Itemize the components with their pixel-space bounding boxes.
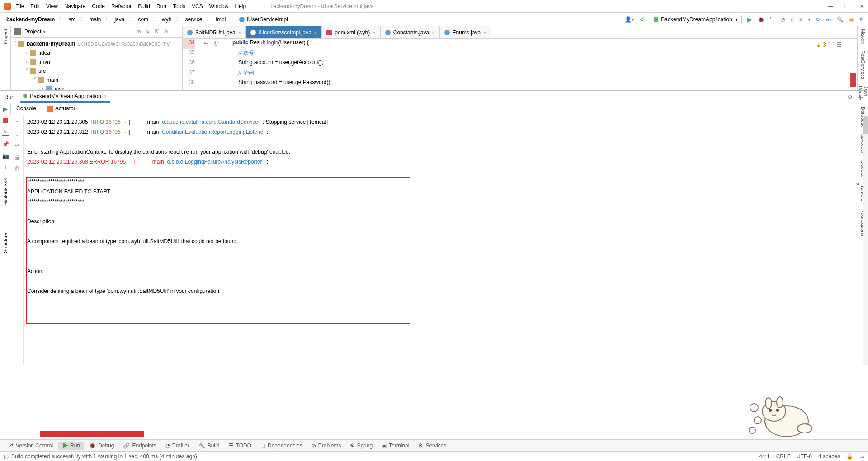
user-icon[interactable]: 👤▾ [625,16,634,23]
tree-node[interactable]: ˅main [12,75,181,85]
run-config-selector[interactable]: BackendMyDreamApplication ▾ [650,15,741,24]
clear-icon[interactable]: 🗑 [14,165,21,172]
project-tool-button[interactable]: Project [3,29,8,44]
indent-setting[interactable]: 4 spaces [818,453,840,460]
close-icon[interactable]: × [314,30,317,35]
stop-button[interactable]: ■ [799,16,802,23]
up-icon[interactable]: ↑ [14,118,21,125]
coverage-button[interactable]: ⛉ [770,16,775,23]
breadcrumb-segment[interactable]: main [86,15,104,24]
down-icon[interactable]: ↓ [14,130,21,137]
editor-tab[interactable]: Constants.java× [381,26,440,38]
bottom-tab-profiler[interactable]: ◔Profiler [162,442,193,450]
editor-tab[interactable]: SaltMD5Util.java× [183,26,246,38]
locate-icon[interactable]: ⊕ [137,28,141,35]
breadcrumb-segment[interactable]: impl [213,15,228,24]
attach-button[interactable]: ⎌ [791,16,794,23]
tree-node[interactable]: ›.idea [12,48,181,57]
menu-help[interactable]: Help [235,3,246,9]
edit-config-icon[interactable]: ✎ [2,129,9,136]
bottom-tab-build[interactable]: 🔨Build [195,442,223,450]
close-icon[interactable]: × [104,93,107,99]
minimize-icon[interactable]: — [828,3,833,9]
collapse-icon[interactable]: ⇱ [155,28,159,35]
bookmarks-tool-button[interactable]: Bookmarks [3,181,8,206]
git-update-icon[interactable]: ⟳ [816,16,821,23]
bottom-tab-services[interactable]: ⚙Services [415,442,450,450]
menu-window[interactable]: Window [209,3,229,9]
menu-tools[interactable]: Tools [173,3,185,9]
menu-file[interactable]: File [15,3,24,9]
bottom-tab-dependencies[interactable]: ⬚Dependencies [257,442,306,450]
breadcrumb-segment[interactable]: IUserServiceImpl [236,15,290,24]
inspection-badge[interactable]: ▲ 3 ˄ ˅ ☰ [816,42,842,48]
close-icon[interactable]: × [432,30,434,35]
profile-button[interactable]: ◔ [781,16,785,23]
close-icon[interactable]: × [483,30,486,35]
tree-node[interactable]: ›java [12,85,181,90]
right-tool-restservices[interactable]: RestServices [860,50,866,80]
console-output[interactable]: 2023-02-12 20:21:29.305 INFO 16796 --- [… [24,115,868,365]
scroll-icon[interactable]: 🖨 [14,153,21,160]
chevron-down-icon[interactable]: ˅ [832,42,835,48]
memory-indicator[interactable]: ▭ [859,453,864,460]
bottom-tab-run[interactable]: Run [58,442,84,450]
editor-tab[interactable]: Enums.java× [440,26,491,38]
debug-button[interactable]: 🐞 [758,16,764,23]
sync-icon[interactable]: ↺ [640,16,644,23]
breadcrumb-segment[interactable]: src [66,15,78,24]
caret-position[interactable]: 44:1 [759,453,769,460]
menu-navigate[interactable]: Navigate [64,3,85,9]
file-encoding[interactable]: UTF-8 [797,453,812,460]
wrap-icon[interactable]: ↩ [14,141,21,149]
run-button[interactable]: ▶ [747,16,752,23]
settings-gear-icon[interactable]: ⛭ [859,16,864,23]
breadcrumb-segment[interactable]: wyh [159,15,174,24]
maximize-icon[interactable]: □ [845,3,848,9]
menu-build[interactable]: Build [138,3,150,9]
breadcrumb-segment[interactable]: service [182,15,205,24]
right-tool-maven[interactable]: Maven [860,29,866,44]
menu-run[interactable]: Run [156,3,166,9]
bottom-tab-problems[interactable]: ⊘Problems [308,442,345,450]
tree-node-root[interactable]: ˅backend-myDreamD:\Tools\JavaWorkSpace\b… [12,39,181,48]
tree-node[interactable]: ›.mvn [12,57,181,66]
scrollbar-vertical[interactable] [863,115,868,365]
bottom-tab-terminal[interactable]: ▣Terminal [378,442,413,450]
console-tab[interactable]: Console [11,103,42,115]
close-icon[interactable]: ✕ [860,3,864,9]
more-run-icon[interactable]: ▾ [808,16,811,23]
menu-view[interactable]: View [46,3,58,9]
breadcrumb-segment[interactable]: com [135,15,151,24]
close-icon[interactable]: × [238,30,241,35]
bottom-tab-todo[interactable]: ☰TODO [225,442,255,450]
bottom-tab-debug[interactable]: 🐞Debug [85,442,118,450]
editor-tab[interactable]: IUserServiceImpl.java× [246,26,322,38]
code-editor[interactable]: 3435363738 ⮐ @ public Result login(User … [183,39,857,90]
close-icon[interactable]: × [373,30,375,35]
stop-button[interactable] [2,117,9,124]
line-separator[interactable]: CRLF [776,453,790,460]
hide-icon[interactable]: — [858,94,863,100]
structure-tool-button[interactable]: Structure [3,233,8,253]
camera-icon[interactable]: 📷 [2,152,9,160]
bottom-tab-version-control[interactable]: ⎇Version Control [4,442,57,450]
error-stripe[interactable] [844,52,857,90]
expand-icon[interactable]: ⇲ [146,28,150,35]
tabs-more-icon[interactable]: ⋮ [841,26,857,38]
bottom-tab-endpoints[interactable]: 🔗Endpoints [119,442,160,450]
hide-icon[interactable]: — [173,28,179,35]
bottom-tab-spring[interactable]: ❀Spring [346,442,376,450]
menu-code[interactable]: Code [92,3,105,9]
ai-icon[interactable]: ◉ [849,16,854,23]
menu-edit[interactable]: Edit [30,3,40,9]
pin-icon[interactable]: 📌 [2,141,9,148]
gear-icon[interactable]: ⚙ [848,94,853,100]
override-gutter-icon[interactable]: ⮐ @ [203,40,219,90]
menu-vcs[interactable]: VCS [192,3,203,9]
search-icon[interactable]: 🔍 [837,16,844,23]
actuator-tab[interactable]: Actuator [42,103,81,115]
breadcrumb-segment[interactable]: java [112,15,127,24]
readonly-icon[interactable]: 🔓 [846,453,853,460]
chevron-down-icon[interactable]: ▾ [43,28,46,35]
